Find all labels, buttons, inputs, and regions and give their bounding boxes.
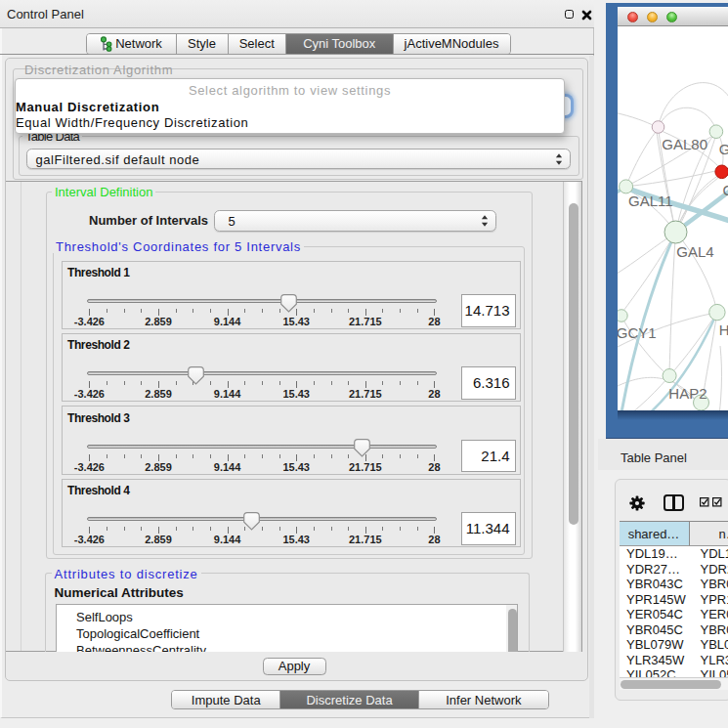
svg-text:C: C [722, 182, 728, 198]
svg-text:GAL4: GAL4 [676, 243, 713, 260]
svg-text:GAL11: GAL11 [628, 193, 673, 209]
svg-text:H: H [718, 321, 728, 338]
svg-text:GCY1: GCY1 [618, 324, 657, 341]
svg-text:GAL80: GAL80 [662, 136, 707, 152]
svg-text:HAP2: HAP2 [668, 385, 707, 402]
svg-text:GA: GA [718, 141, 728, 157]
